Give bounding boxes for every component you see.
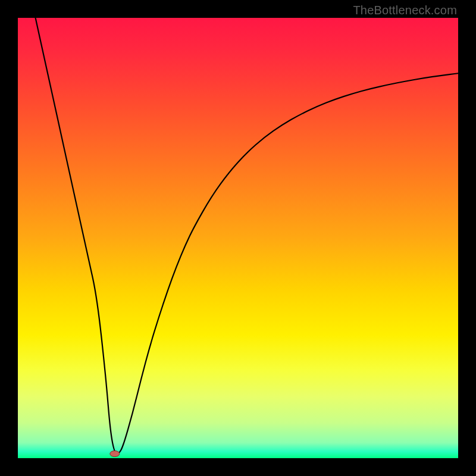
minimum-marker xyxy=(110,451,120,457)
watermark-text: TheBottleneck.com xyxy=(353,4,457,17)
bottleneck-chart xyxy=(18,18,458,458)
chart-frame xyxy=(18,18,458,458)
